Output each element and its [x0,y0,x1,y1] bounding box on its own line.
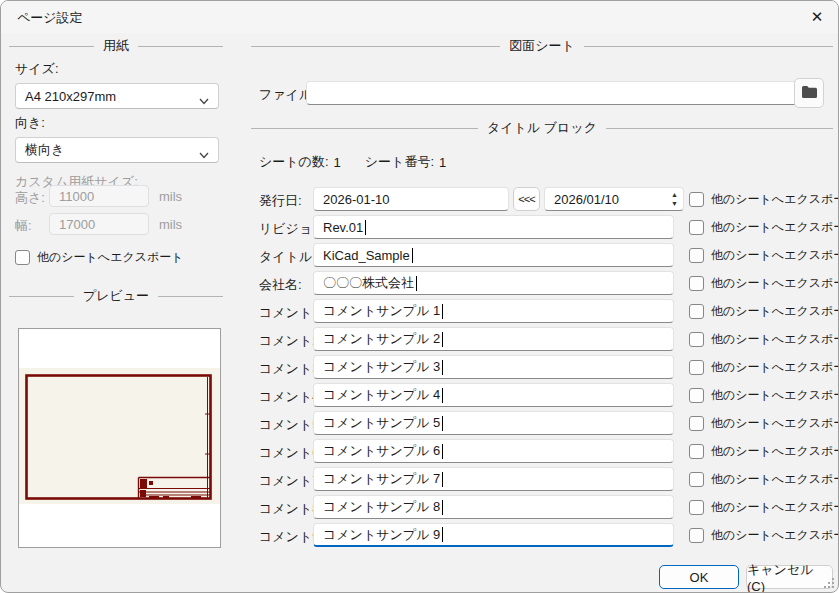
sheet-number-label: シート番号: [365,153,434,171]
title-block-row-comment8: コメント8: コメントサンプル 8 他のシートへエクスポート [251,495,833,519]
height-value: 11000 [59,189,94,204]
comment7-input[interactable]: コメントサンプル 7 [313,467,674,491]
export-checkbox-label: 他のシートへエクスポート [711,303,839,320]
height-label: 高さ: [15,189,45,207]
export-checkbox[interactable] [689,528,704,543]
date-spinner[interactable]: ▲ ▼ [671,190,678,208]
title-block-row-revision: リビジョン: Rev.01 他のシートへエクスポート [251,215,833,239]
export-checkbox[interactable] [689,220,704,235]
export-checkbox[interactable] [689,500,704,515]
title-block-section-title: タイトル ブロック [487,119,597,137]
browse-file-button[interactable] [794,78,824,108]
text-caret [442,527,443,542]
height-unit: mils [159,189,182,204]
export-checkbox-row: 他のシートへエクスポート [689,303,839,320]
resize-grip[interactable] [824,578,834,588]
comment2-input[interactable]: コメントサンプル 2 [313,327,674,351]
export-checkbox[interactable] [689,276,704,291]
comment8-input[interactable]: コメントサンプル 8 [313,495,674,519]
sheet-count-label: シートの数: [259,153,329,171]
cancel-button[interactable]: キャンセル (C) [746,565,833,589]
paper-size-value: A4 210x297mm [25,89,116,104]
export-checkbox-label: 他のシートへエクスポート [711,331,839,348]
comment1-input[interactable]: コメントサンプル 1 [313,299,674,323]
size-label: サイズ: [15,60,59,78]
width-input[interactable]: 17000 [49,213,149,235]
text-caret [442,444,443,459]
export-checkbox[interactable] [689,472,704,487]
chevron-down-icon [199,93,209,108]
close-button[interactable]: ✕ [796,1,838,33]
close-icon: ✕ [811,8,824,26]
export-checkbox-label: 他のシートへエクスポート [37,249,184,266]
preview-section-header: プレビュー [9,287,223,305]
text-caret [442,388,443,403]
height-input[interactable]: 11000 [49,185,149,207]
paper-section-title: 用紙 [103,37,129,55]
comment5-input[interactable]: コメントサンプル 5 [313,411,674,435]
company-input[interactable]: 〇〇〇株式会社 [313,271,674,295]
drawing-sheet-section-title: 図面シート [509,37,575,55]
divider [251,128,478,129]
paper-panel: 用紙 サイズ: A4 210x297mm 向き: 横向き カスタム用紙サイズ: … [9,33,223,588]
file-input[interactable] [306,81,800,105]
export-checkbox[interactable] [689,192,704,207]
copy-date-button[interactable]: <<< [513,187,540,211]
page-preview-image [19,329,220,547]
export-checkbox-row: 他のシートへエクスポート [689,191,839,208]
title-input[interactable]: KiCad_Sample [313,243,674,267]
sheet-number-value: 1 [439,155,446,170]
comment9-input[interactable]: コメントサンプル 9 [313,523,674,547]
text-caret [442,360,443,375]
width-unit: mils [159,217,182,232]
sheet-info: シートの数: 1 シート番号: 1 [259,153,446,171]
comment6-input[interactable]: コメントサンプル 6 [313,439,674,463]
title-block-section-header: タイトル ブロック [251,119,833,137]
export-checkbox[interactable] [689,444,704,459]
drawing-sheet-panel: 図面シート ファイル: タイトル ブロック シートの数: 1 シート番号: 1 [251,33,833,588]
export-checkbox-row: 他のシートへエクスポート [689,527,839,544]
title-block-row-comment4: コメント4: コメントサンプル 4 他のシートへエクスポート [251,383,833,407]
export-checkbox-row: 他のシートへエクスポート [689,443,839,460]
export-checkbox-label: 他のシートへエクスポート [711,387,839,404]
revision-input[interactable]: Rev.01 [313,215,674,239]
titlebar[interactable]: ページ設定 ✕ [1,1,838,33]
orientation-select[interactable]: 横向き [15,137,219,163]
export-checkbox[interactable] [689,360,704,375]
divider [138,46,223,47]
export-checkbox-label: 他のシートへエクスポート [711,527,839,544]
export-checkbox-label: 他のシートへエクスポート [711,443,839,460]
ok-button[interactable]: OK [659,565,739,589]
date-picker-input[interactable]: 2026/01/10 ▲ ▼ [544,187,684,211]
divider [9,296,74,297]
export-checkbox-row: 他のシートへエクスポート [689,499,839,516]
export-checkbox-label: 他のシートへエクスポート [711,219,839,236]
export-checkbox-label: 他のシートへエクスポート [711,191,839,208]
title-block-row-comment1: コメント1: コメントサンプル 1 他のシートへエクスポート [251,299,833,323]
title-block-row-comment5: コメント5: コメントサンプル 5 他のシートへエクスポート [251,411,833,435]
comment4-input[interactable]: コメントサンプル 4 [313,383,674,407]
field-label: タイトル: [259,248,316,266]
title-block-row-company: 会社名: 〇〇〇株式会社 他のシートへエクスポート [251,271,833,295]
text-caret [442,472,443,487]
divider [584,46,833,47]
export-checkbox-row: 他のシートへエクスポート [689,471,839,488]
title-block-row-comment7: コメント7: コメントサンプル 7 他のシートへエクスポート [251,467,833,491]
export-checkbox-row: 他のシートへエクスポート [689,359,839,376]
page-preview [18,328,221,548]
divider [9,46,94,47]
export-checkbox-row: 他のシートへエクスポート [689,387,839,404]
export-checkbox[interactable] [689,304,704,319]
field-label: 発行日: [259,192,302,210]
text-caret [412,248,413,263]
export-checkbox[interactable] [689,416,704,431]
export-checkbox[interactable] [689,388,704,403]
export-checkbox[interactable] [15,250,30,265]
comment3-input[interactable]: コメントサンプル 3 [313,355,674,379]
paper-size-select[interactable]: A4 210x297mm [15,83,219,109]
export-checkbox-label: 他のシートへエクスポート [711,247,839,264]
export-checkbox[interactable] [689,248,704,263]
export-checkbox-row: 他のシートへエクスポート [689,247,839,264]
issue-date-input[interactable]: 2026-01-10 [313,187,509,211]
export-checkbox[interactable] [689,332,704,347]
